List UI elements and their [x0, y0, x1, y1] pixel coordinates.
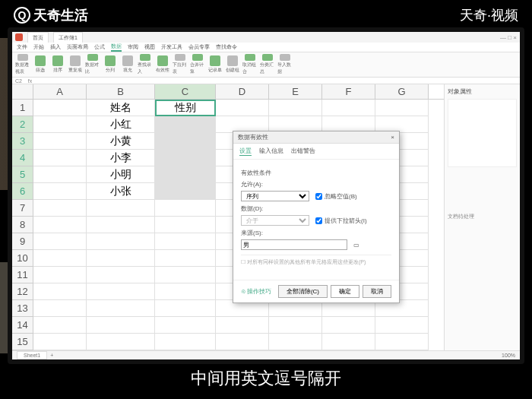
cell[interactable]	[33, 300, 87, 317]
ribbon-button[interactable]: 取消组合	[242, 54, 258, 75]
ribbon-button[interactable]: 筛选	[33, 54, 48, 75]
dialog-tab-error[interactable]: 出错警告	[291, 147, 315, 156]
cell[interactable]	[155, 317, 216, 334]
cell[interactable]	[87, 250, 155, 267]
window-controls[interactable]: — □ ×	[500, 34, 517, 41]
cell[interactable]	[33, 217, 87, 233]
cell[interactable]	[87, 317, 155, 334]
menu-item[interactable]: 开发工具	[161, 43, 182, 51]
cell[interactable]	[33, 200, 87, 217]
ok-button[interactable]: 确定	[331, 285, 359, 298]
ignore-blank-checkbox[interactable]: 忽略空值(B)	[315, 192, 357, 201]
ribbon-button[interactable]: 分列	[103, 54, 118, 75]
cell[interactable]: 小红	[87, 116, 155, 133]
cell[interactable]: 小明	[87, 166, 155, 183]
cell[interactable]	[155, 300, 216, 317]
ribbon-button[interactable]: 记录单	[207, 54, 223, 75]
cell[interactable]	[33, 233, 87, 250]
column-header[interactable]: G	[375, 84, 429, 99]
ribbon-button[interactable]: 数据对比	[85, 54, 100, 75]
row-header[interactable]: 5	[12, 166, 33, 183]
row-header[interactable]: 10	[12, 250, 33, 267]
cell[interactable]	[155, 267, 216, 283]
sheet-tab[interactable]: Sheet1	[17, 351, 47, 359]
cell[interactable]	[33, 250, 87, 267]
cell[interactable]	[33, 133, 87, 150]
ribbon-button[interactable]: 导入数据	[277, 54, 293, 75]
zoom-level[interactable]: 100%	[502, 353, 515, 358]
cell[interactable]	[322, 334, 375, 350]
row-header[interactable]: 7	[12, 200, 33, 217]
range-picker-icon[interactable]: ▭	[353, 242, 359, 249]
cell[interactable]	[155, 233, 216, 250]
row-header[interactable]: 8	[12, 217, 33, 233]
column-header[interactable]: D	[216, 84, 269, 99]
ribbon-button[interactable]: 数据透视表	[15, 54, 30, 75]
cell[interactable]	[216, 100, 269, 116]
dropdown-checkbox[interactable]: 提供下拉箭头(I)	[315, 217, 367, 225]
column-header[interactable]: F	[322, 84, 375, 99]
cell[interactable]	[375, 334, 429, 350]
cell[interactable]	[155, 116, 216, 133]
menu-item[interactable]: 公式	[94, 43, 105, 51]
cell[interactable]	[33, 100, 87, 116]
source-input[interactable]	[241, 239, 347, 250]
cell[interactable]	[87, 217, 155, 233]
menu-item[interactable]: 插入	[50, 43, 61, 51]
cell[interactable]	[33, 183, 87, 200]
menu-item[interactable]: 视图	[144, 43, 155, 51]
cell[interactable]	[155, 166, 216, 183]
cell[interactable]	[375, 100, 429, 116]
cell[interactable]	[155, 200, 216, 217]
allow-select[interactable]: 序列	[241, 191, 309, 201]
ribbon-button[interactable]: 创建组	[225, 54, 240, 75]
ribbon-button[interactable]: 查找录入	[138, 54, 153, 75]
menu-item-data[interactable]: 数据	[111, 43, 122, 52]
cell[interactable]	[87, 300, 155, 317]
close-icon[interactable]: ×	[391, 134, 394, 141]
cell[interactable]	[155, 150, 216, 166]
menu-file[interactable]: 文件	[17, 43, 27, 51]
ribbon-button[interactable]: 下拉列表	[173, 54, 188, 75]
ribbon-button[interactable]: 合并计算	[190, 54, 205, 75]
row-header[interactable]: 14	[12, 317, 33, 334]
add-sheet-icon[interactable]: +	[50, 353, 53, 358]
column-header[interactable]: B	[87, 84, 155, 99]
row-header[interactable]: 4	[12, 150, 33, 166]
dialog-tab-input[interactable]: 输入信息	[259, 147, 283, 156]
cancel-button[interactable]: 取消	[363, 285, 391, 298]
row-header[interactable]: 6	[12, 183, 33, 200]
select-all-corner[interactable]	[12, 84, 33, 99]
cell[interactable]	[155, 283, 216, 300]
row-header[interactable]: 11	[12, 267, 33, 283]
cell[interactable]	[87, 233, 155, 250]
column-header[interactable]: A	[33, 84, 87, 99]
menu-item[interactable]: 会员专享	[188, 43, 210, 51]
cell[interactable]	[322, 100, 375, 116]
ribbon-button[interactable]: 分类汇总	[260, 54, 275, 75]
cell[interactable]	[87, 334, 155, 350]
cell[interactable]	[33, 116, 87, 133]
cell[interactable]	[155, 334, 216, 350]
cell[interactable]	[216, 334, 269, 350]
cell[interactable]	[87, 283, 155, 300]
row-header[interactable]: 1	[12, 100, 33, 116]
cell[interactable]	[269, 334, 322, 350]
column-header[interactable]: E	[269, 84, 322, 99]
cell[interactable]	[33, 267, 87, 283]
column-header[interactable]: C	[155, 84, 216, 99]
cell[interactable]	[322, 317, 375, 334]
row-header[interactable]: 13	[12, 300, 33, 317]
tips-link[interactable]: ⊙ 操作技巧	[241, 287, 271, 296]
data-select[interactable]: 介于	[241, 215, 309, 226]
menu-item[interactable]: 开始	[33, 43, 44, 51]
menu-item[interactable]: 页面布局	[67, 43, 88, 51]
cell[interactable]	[269, 100, 322, 116]
menu-item[interactable]: 审阅	[128, 43, 138, 51]
formula-bar[interactable]: C2 fx	[12, 78, 520, 84]
cell[interactable]	[375, 317, 429, 334]
dialog-tab-settings[interactable]: 设置	[239, 147, 252, 156]
ribbon-button[interactable]: 排序	[50, 54, 65, 75]
cell[interactable]	[33, 334, 87, 350]
cell[interactable]	[155, 183, 216, 200]
